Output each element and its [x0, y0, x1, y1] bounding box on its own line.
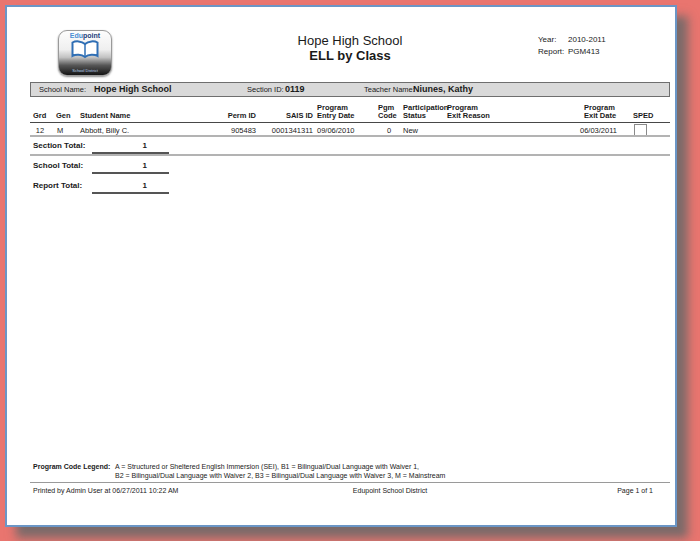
report-total-value: 1 [92, 181, 147, 190]
col-perm-id: Perm ID [197, 112, 256, 120]
section-total-label: Section Total: [33, 141, 85, 150]
cell-grd: 12 [33, 126, 47, 135]
report-content: Edupoint School District Hope High Schoo… [7, 7, 675, 525]
report-total-label: Report Total: [33, 181, 82, 190]
teacher-name-label: Teacher Name: [364, 83, 415, 96]
totals-divider [30, 154, 670, 156]
report-number-value: PGM413 [568, 47, 600, 56]
school-total-underline [92, 172, 169, 174]
school-name-value: Hope High School [94, 83, 172, 96]
col-program-exit-date: Exit Date [584, 112, 616, 120]
logo-subtitle: School District [59, 68, 111, 73]
report-page: Edupoint School District Hope High Schoo… [5, 5, 677, 527]
section-id-value: 0119 [285, 83, 305, 96]
legend-label: Program Code Legend: [33, 462, 110, 471]
report-viewer: { "header": { "logo": { "brand_edu": "Ed… [0, 0, 700, 541]
col-grd: Grd [33, 112, 46, 120]
info-bar: School Name: Hope High School Section ID… [30, 82, 670, 97]
district-name: Edupoint School District [320, 486, 460, 495]
year-value: 2010-2011 [568, 35, 606, 44]
cell-participation-status: New [403, 126, 418, 135]
legend-line2: B2 = Bilingual/Dual Language with Waiver… [115, 471, 445, 480]
school-total-label: School Total: [33, 161, 83, 170]
report-total-underline [92, 192, 169, 194]
header-underline [30, 122, 670, 123]
section-id-label: Section ID: [247, 83, 284, 96]
col-pgm-code: Code [378, 112, 397, 120]
col-sais-id: SAIS ID [257, 112, 313, 120]
section-total-value: 1 [92, 141, 147, 150]
cell-program-exit-date: 06/03/2011 [557, 126, 617, 135]
col-participation-status: Status [403, 112, 426, 120]
row-divider [30, 135, 670, 137]
report-number-label: Report: [538, 47, 564, 56]
cell-program-entry-date: 09/06/2010 [317, 126, 355, 135]
teacher-name-value: Niunes, Kathy [413, 83, 473, 96]
page-info: Page 1 of 1 [567, 486, 653, 495]
cell-sais-id: 0001341311 [257, 126, 313, 135]
cell-gen: M [57, 126, 63, 135]
school-total-value: 1 [92, 161, 147, 170]
col-program-entry-date: Entry Date [317, 112, 355, 120]
col-program-exit-reason: Exit Reason [447, 112, 490, 120]
col-gen: Gen [56, 112, 71, 120]
col-student-name: Student Name [80, 112, 130, 120]
school-name-label: School Name: [39, 83, 86, 96]
printed-by: Printed by Admin User at 06/27/2011 10:2… [33, 486, 178, 495]
footer-divider [30, 482, 670, 483]
legend-line1: A = Structured or Sheltered English Imme… [115, 462, 419, 471]
cell-pgm-code: 0 [378, 126, 400, 135]
year-label: Year: [538, 35, 556, 44]
cell-student-name: Abbott, Billy C. [80, 126, 129, 135]
col-sped: SPED [633, 112, 653, 120]
cell-perm-id: 905483 [197, 126, 256, 135]
